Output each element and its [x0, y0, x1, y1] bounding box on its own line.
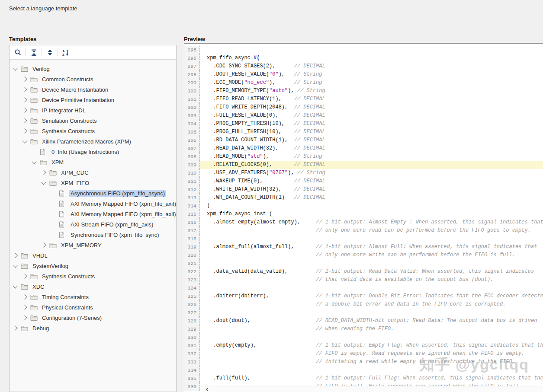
- tree-item-label: AXI Memory Mapped FIFO (xpm_fifo_axil): [69, 210, 177, 218]
- code-line: 321: [184, 259, 543, 268]
- scroll-left-button[interactable]: [204, 386, 211, 392]
- chevron-right-icon[interactable]: [22, 108, 27, 112]
- tree-item[interactable]: SystemVerilog: [10, 261, 176, 271]
- tree-item[interactable]: Physical Constraints: [10, 302, 176, 312]
- chevron-right-icon[interactable]: [22, 294, 27, 299]
- code-line: 312 .WRITE_DATA_WIDTH(32), // DECIMAL: [184, 185, 543, 194]
- collapse-all-icon[interactable]: [28, 47, 39, 57]
- chevron-down-icon[interactable]: [13, 66, 17, 70]
- chevron-right-icon[interactable]: [22, 87, 27, 92]
- line-number: 331: [184, 341, 200, 350]
- tree-item[interactable]: Configuration (7-Series): [10, 312, 176, 323]
- tree-item[interactable]: Debug: [10, 323, 176, 333]
- code-text: .WRITE_DATA_WIDTH(32), // DECIMAL: [200, 185, 543, 194]
- tree-item-label: Timing Constraints: [41, 293, 90, 301]
- tree-item[interactable]: AXI Memory Mapped FIFO (xpm_fifo_axif): [10, 198, 176, 209]
- code-line: 327: [184, 309, 543, 317]
- chevron-right-icon[interactable]: [41, 242, 46, 247]
- tree-item[interactable]: Synthesis Constructs: [10, 126, 176, 136]
- horizontal-scrollbar[interactable]: [200, 386, 543, 392]
- line-number: 308: [184, 153, 200, 161]
- tree-item[interactable]: IP Integrator HDL: [10, 105, 176, 115]
- line-number: 311: [184, 177, 200, 185]
- code-line: 318: [184, 235, 543, 243]
- chevron-right-icon[interactable]: [13, 253, 17, 258]
- code-line: 316 .almost_empty(almost_empty), // 1-bi…: [184, 218, 543, 226]
- chevron-down-icon[interactable]: [13, 263, 17, 268]
- chevron-down-icon[interactable]: [22, 138, 27, 143]
- chevron-down-icon[interactable]: [13, 284, 17, 288]
- tree-item[interactable]: Synthesis Constructs: [10, 271, 176, 281]
- tree-item-label: Synthesis Constructs: [41, 127, 96, 135]
- tree-item[interactable]: XPM_CDC: [10, 167, 176, 178]
- tree-item-label: Configuration (7-Series): [41, 314, 103, 322]
- chevron-right-icon[interactable]: [22, 315, 27, 320]
- tree-item[interactable]: AXI Memory Mapped FIFO (xpm_fifo_axil): [10, 209, 176, 219]
- tree-item[interactable]: VHDL: [10, 250, 176, 261]
- tree-item[interactable]: Timing Constraints: [10, 292, 176, 302]
- code-line: 325 .dbiterr(dbiterr), // 1-bit output: …: [184, 292, 543, 300]
- line-number: 324: [184, 284, 200, 292]
- code-text: .WAKEUP_TIME(0), // DECIMAL: [200, 177, 543, 185]
- chevron-right-icon[interactable]: [22, 305, 27, 309]
- code-text: .FIFO_WRITE_DEPTH(2048), // DECIMAL: [200, 103, 543, 112]
- chevron-right-icon[interactable]: [22, 274, 27, 278]
- line-number: 319: [184, 243, 200, 251]
- code-text: .ECC_MODE("no_ecc"), // String: [200, 79, 543, 87]
- line-number: 334: [184, 366, 200, 374]
- tree-item[interactable]: Synchronous FIFO (xpm_fifo_sync): [10, 229, 176, 240]
- code-line: 297 .CDC_SYNC_STAGES(2), // DECIMAL: [184, 62, 543, 70]
- code-text: .FIFO_MEMORY_TYPE("auto"), // String: [200, 87, 543, 95]
- code-line: 324: [184, 284, 543, 292]
- folder-icon: [21, 65, 28, 72]
- code-line: 307 .READ_DATA_WIDTH(32), // DECIMAL: [184, 144, 543, 153]
- tree-item-label: SystemVerilog: [31, 262, 70, 270]
- chevron-right-icon[interactable]: [22, 76, 27, 81]
- line-number: 323: [184, 276, 200, 284]
- chevron-right-icon[interactable]: [22, 118, 27, 123]
- code-line: 326 // a double-bit error and data in th…: [184, 300, 543, 309]
- chevron-right-icon[interactable]: [22, 97, 27, 102]
- chevron-right-icon[interactable]: [13, 325, 17, 330]
- line-number: 302: [184, 103, 200, 112]
- expand-all-icon[interactable]: [44, 47, 55, 57]
- tree-item[interactable]: Simulation Constructs: [10, 115, 176, 126]
- tree-item[interactable]: Device Macro Instantiation: [10, 84, 176, 95]
- line-number: 307: [184, 144, 200, 153]
- tree-item[interactable]: 0_Info (Usage Instructions): [10, 147, 176, 157]
- code-line: 329 // when reading the FIFO.: [184, 325, 543, 333]
- tree-item[interactable]: Verilog: [10, 64, 176, 74]
- tree-item[interactable]: Xilinx Parameterized Macros (XPM): [10, 136, 176, 147]
- folder-icon: [30, 304, 38, 311]
- sort-alphabetical-icon[interactable]: AZ: [60, 47, 71, 57]
- code-line: 310 .USE_ADV_FEATURES("0707"), // String: [184, 169, 543, 177]
- code-text: [200, 309, 543, 317]
- folder-icon: [30, 76, 38, 83]
- tree-item[interactable]: XDC: [10, 281, 176, 292]
- tree-item[interactable]: XPM_MEMORY: [10, 240, 176, 250]
- tree-item[interactable]: Common Constructs: [10, 74, 176, 84]
- tree-item-label: Device Macro Instantiation: [41, 86, 109, 93]
- code-line: 311 .WAKEUP_TIME(0), // DECIMAL: [184, 177, 543, 185]
- tree-item[interactable]: AXI Stream FIFO (xpm_fifo_axis): [10, 219, 176, 229]
- code-line: 308 .READ_MODE("std"), // String: [184, 153, 543, 161]
- code-text: .READ_MODE("std"), // String: [200, 153, 543, 161]
- chevron-down-icon[interactable]: [32, 159, 36, 164]
- code-line: 302 .FIFO_WRITE_DEPTH(2048), // DECIMAL: [184, 103, 543, 112]
- chevron-right-icon[interactable]: [41, 170, 46, 175]
- tree-item[interactable]: XPM_FIFO: [10, 178, 176, 188]
- document-icon: [40, 148, 47, 155]
- code-line: 305 .PROG_FULL_THRESH(10), // DECIMAL: [184, 128, 543, 136]
- chevron-down-icon[interactable]: [41, 180, 46, 185]
- code-text: .almost_full(almost_full), // 1-bit outp…: [200, 243, 543, 251]
- tree-item[interactable]: Device Primitive Instantiation: [10, 95, 176, 105]
- chevron-right-icon[interactable]: [22, 128, 27, 133]
- code-line: 335 .full(full), // 1-bit output: Full F…: [184, 374, 543, 382]
- code-text: .empty(empty), // 1-bit output: Empty Fl…: [200, 341, 543, 350]
- tree-item[interactable]: Asynchronous FIFO (xpm_fifo_async): [10, 188, 176, 198]
- search-icon[interactable]: [12, 47, 23, 57]
- code-line: 331 .empty(empty), // 1-bit output: Empt…: [184, 341, 543, 350]
- tree-item[interactable]: XPM: [10, 157, 176, 167]
- line-number: 332: [184, 350, 200, 358]
- toolbar-divider: [26, 48, 26, 57]
